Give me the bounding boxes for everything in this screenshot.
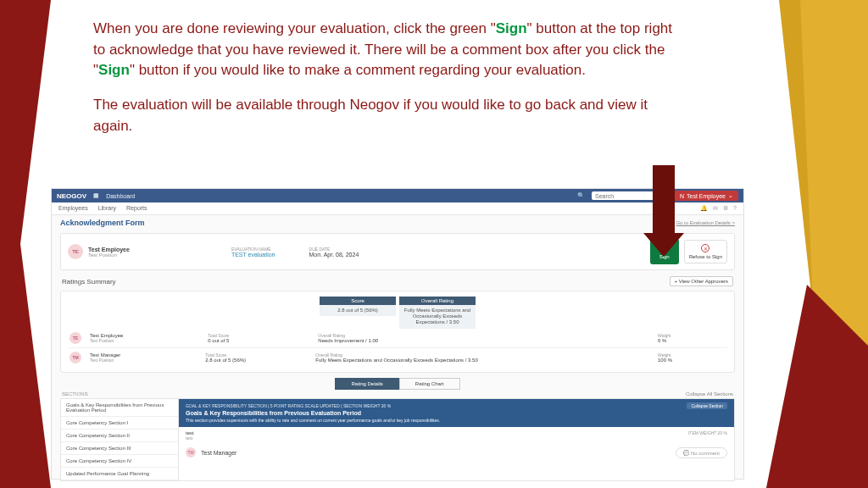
section-banner: GOAL & KEY RESPONSIBILITY SECTION | 5 PO… bbox=[179, 399, 734, 427]
collapse-all-button[interactable]: Collapse All Sections bbox=[686, 391, 733, 396]
tab-rating-chart[interactable]: Rating Chart bbox=[399, 378, 460, 390]
ratings-summary-title: Ratings Summary bbox=[62, 278, 116, 286]
ratings-summary-card: Score 2.8 out of 5 (56%) Overall Rating … bbox=[60, 291, 735, 373]
rating-row: TE Test Employee Test Position Total Sco… bbox=[68, 329, 727, 348]
sections-label: SECTIONS bbox=[62, 391, 88, 396]
avatar: TM bbox=[186, 447, 196, 458]
overall-rating-value: Fully Meets Expectations and Occasionall… bbox=[399, 305, 476, 329]
section-nav-item[interactable]: Goals & Key Responsibilities from Previo… bbox=[61, 399, 178, 417]
instruction-text: When you are done reviewing your evaluat… bbox=[93, 19, 678, 136]
dashboard-link[interactable]: Dashboard bbox=[106, 193, 135, 199]
manager-name: Test Manager bbox=[201, 450, 236, 456]
section-nav-item[interactable]: Core Competency Section III bbox=[61, 442, 178, 455]
item-weight: ITEM WEIGHT 20 % bbox=[688, 430, 727, 441]
search-icon: 🔍 bbox=[577, 192, 585, 199]
pointer-arrow bbox=[653, 165, 684, 257]
avatar: TE bbox=[68, 244, 83, 259]
bell-icon[interactable]: 🔔 bbox=[700, 205, 708, 212]
neogov-app-screenshot: NEOGOV ▦ Dashboard 🔍 N Test Employee ⌄ E… bbox=[51, 188, 744, 480]
section-nav-item[interactable]: Core Competency Section IV bbox=[61, 455, 178, 468]
rating-row: TM Test Manager Test Position Total Scor… bbox=[68, 348, 727, 367]
comment-icon: 💬 bbox=[683, 451, 689, 456]
subnav-library[interactable]: Library bbox=[98, 205, 116, 212]
page-title: Acknowledgment Form bbox=[60, 219, 145, 227]
goal-item-name: test bbox=[186, 430, 194, 435]
overall-rating-header: Overall Rating bbox=[399, 297, 476, 305]
help-icon[interactable]: ? bbox=[733, 205, 737, 212]
view-other-approvers-button[interactable]: + View Other Approvers bbox=[670, 276, 733, 286]
brand-logo: NEOGOV bbox=[57, 192, 86, 200]
comment-field[interactable]: 💬 No comment bbox=[676, 447, 727, 458]
section-nav-item[interactable]: Core Competency Section I bbox=[61, 417, 178, 430]
gear-icon[interactable]: ⚙ bbox=[723, 205, 728, 212]
score-header: Score bbox=[320, 297, 396, 305]
employee-name: Test Employee bbox=[88, 247, 130, 252]
tab-rating-details[interactable]: Rating Details bbox=[335, 378, 398, 390]
sign-word: Sign bbox=[496, 20, 527, 36]
employee-position: Test Position bbox=[88, 252, 130, 258]
bookmark-icon: ▦ bbox=[93, 192, 99, 199]
section-nav-item[interactable]: Core Competency Section II bbox=[61, 430, 178, 442]
chevron-down-icon: ⌄ bbox=[728, 192, 733, 199]
section-nav-item[interactable]: Updated Performance Goal Planning bbox=[61, 468, 178, 480]
refuse-sign-button[interactable]: ✕ Refuse to Sign bbox=[684, 240, 727, 263]
mail-icon[interactable]: ✉ bbox=[713, 205, 718, 212]
app-topbar: NEOGOV ▦ Dashboard 🔍 N Test Employee ⌄ bbox=[52, 189, 743, 202]
collapse-section-button[interactable]: Collapse Section bbox=[687, 402, 727, 409]
due-date: Mon. Apr. 08, 2024 bbox=[309, 252, 359, 258]
close-icon: ✕ bbox=[701, 244, 709, 252]
evaluation-name-link[interactable]: TEST evaluation bbox=[231, 252, 275, 258]
section-nav: Goals & Key Responsibilities from Previo… bbox=[60, 398, 179, 481]
subnav-employees[interactable]: Employees bbox=[58, 205, 88, 212]
sub-navigation: Employees Library Reports 🔔 ✉ ⚙ ? bbox=[52, 202, 743, 215]
section-content: GOAL & KEY RESPONSIBILITY SECTION | 5 PO… bbox=[179, 398, 735, 481]
score-value: 2.8 out of 5 (56%) bbox=[320, 305, 396, 316]
user-menu[interactable]: N Test Employee ⌄ bbox=[675, 191, 738, 201]
evaluation-details-link[interactable]: Go to Evaluation Details > bbox=[676, 220, 735, 225]
employee-header-card: TE Test Employee Test Position EVALUATIO… bbox=[60, 233, 735, 270]
subnav-reports[interactable]: Reports bbox=[126, 205, 147, 212]
